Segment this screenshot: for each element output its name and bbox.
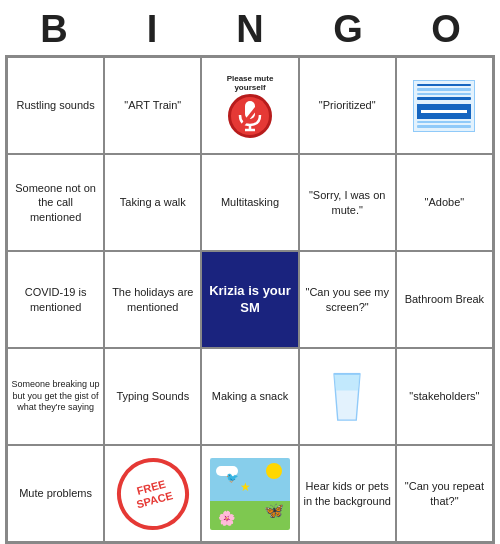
water-glass-icon xyxy=(329,372,365,422)
cell-r4c1: FREESPACE xyxy=(104,445,201,542)
cell-text-r2c1: The holidays are mentioned xyxy=(108,285,197,314)
cell-text-r2c4: Bathroom Break xyxy=(405,292,484,306)
cell-text-r4c3: Hear kids or pets in the background xyxy=(303,479,392,508)
bingo-letter-o: O xyxy=(401,8,491,51)
cell-text-r3c4: "stakeholders" xyxy=(409,389,479,403)
cell-r4c0: Mute problems xyxy=(7,445,104,542)
bingo-header: BINGO xyxy=(5,0,495,55)
cell-r1c3: "Sorry, I was on mute." xyxy=(299,154,396,251)
free-space-stamp: FREESPACE xyxy=(109,449,197,537)
bird2-icon: ★ xyxy=(240,480,251,494)
doc-line xyxy=(417,97,471,100)
cell-r3c2: Making a snack xyxy=(201,348,298,445)
cell-text-r3c0: Someone breaking up but you get the gist… xyxy=(11,379,100,414)
cell-r0c1: "ART Train" xyxy=(104,57,201,154)
cell-r0c3: "Prioritized" xyxy=(299,57,396,154)
cell-text-r4c4: "Can you repeat that?" xyxy=(400,479,489,508)
cell-text-r1c3: "Sorry, I was on mute." xyxy=(303,188,392,217)
doc-highlight-bar xyxy=(421,110,467,113)
cell-r3c4: "stakeholders" xyxy=(396,348,493,445)
cell-text-r3c2: Making a snack xyxy=(212,389,288,403)
bird1-icon: 🐦 xyxy=(226,472,238,483)
cell-r3c1: Typing Sounds xyxy=(104,348,201,445)
doc-line xyxy=(417,125,471,128)
doc-line xyxy=(417,84,471,87)
cell-r3c0: Someone breaking up but you get the gist… xyxy=(7,348,104,445)
mic-svg xyxy=(236,99,264,133)
cell-r4c3: Hear kids or pets in the background xyxy=(299,445,396,542)
outdoor-scene: 🐦 ★ 🌸 🦋 xyxy=(210,458,290,530)
cell-r0c2: Please muteyourself xyxy=(201,57,298,154)
cell-r1c1: Taking a walk xyxy=(104,154,201,251)
cell-text-r3c1: Typing Sounds xyxy=(116,389,189,403)
mute-icon: Please muteyourself xyxy=(227,74,274,138)
cell-text-r1c1: Taking a walk xyxy=(120,195,186,209)
butterfly-icon: 🦋 xyxy=(264,501,284,520)
cell-r3c3 xyxy=(299,348,396,445)
svg-marker-5 xyxy=(334,373,360,390)
flower-icon: 🌸 xyxy=(218,510,235,526)
cell-text-r1c2: Multitasking xyxy=(221,195,279,209)
cell-text-r0c0: Rustling sounds xyxy=(16,98,94,112)
cell-text-r4c0: Mute problems xyxy=(19,486,92,500)
bingo-letter-b: B xyxy=(9,8,99,51)
cell-r1c2: Multitasking xyxy=(201,154,298,251)
mute-circle xyxy=(228,94,272,138)
cell-text-r0c3: "Prioritized" xyxy=(319,98,376,112)
doc-line xyxy=(417,93,471,96)
cell-text-r0c1: "ART Train" xyxy=(124,98,181,112)
mute-label: Please muteyourself xyxy=(227,74,274,92)
cell-r2c0: COVID-19 is mentioned xyxy=(7,251,104,348)
cell-r1c0: Someone not on the call mentioned xyxy=(7,154,104,251)
cell-text-r1c4: "Adobe" xyxy=(425,195,465,209)
doc-line xyxy=(417,88,471,91)
sun-icon xyxy=(266,463,282,479)
cell-text-r2c0: COVID-19 is mentioned xyxy=(11,285,100,314)
cell-r4c4: "Can you repeat that?" xyxy=(396,445,493,542)
bingo-letter-g: G xyxy=(303,8,393,51)
doc-line xyxy=(417,121,471,124)
doc-highlight xyxy=(417,104,471,119)
bingo-grid: Rustling sounds"ART Train" Please muteyo… xyxy=(5,55,495,544)
cell-text-r1c0: Someone not on the call mentioned xyxy=(11,181,100,224)
cell-text-r2c2: Krizia is your SM xyxy=(205,283,294,317)
cell-r2c3: "Can you see my screen?" xyxy=(299,251,396,348)
doc-thumbnail xyxy=(413,80,475,132)
cell-r0c0: Rustling sounds xyxy=(7,57,104,154)
cell-r4c2: 🐦 ★ 🌸 🦋 xyxy=(201,445,298,542)
cell-r2c4: Bathroom Break xyxy=(396,251,493,348)
cell-r2c1: The holidays are mentioned xyxy=(104,251,201,348)
bingo-letter-i: I xyxy=(107,8,197,51)
cell-r0c4 xyxy=(396,57,493,154)
cell-r1c4: "Adobe" xyxy=(396,154,493,251)
bingo-letter-n: N xyxy=(205,8,295,51)
cell-text-r2c3: "Can you see my screen?" xyxy=(303,285,392,314)
cell-r2c2: Krizia is your SM xyxy=(201,251,298,348)
